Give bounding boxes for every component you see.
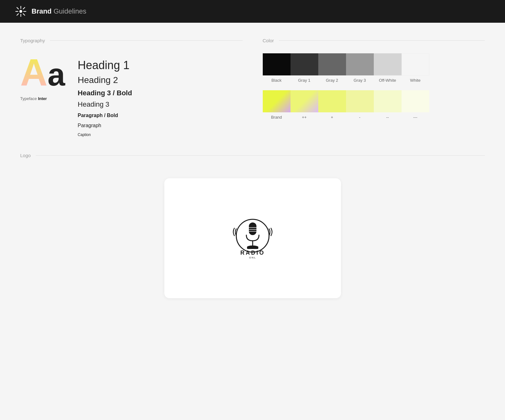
- heading2-sample: Heading 2: [78, 74, 132, 86]
- svg-line-5: [17, 7, 18, 9]
- swatch-brand: Brand: [263, 90, 291, 120]
- typography-divider: [50, 40, 242, 41]
- svg-text:ONL: ONL: [249, 256, 256, 259]
- swatch-brand-p: +: [318, 90, 346, 120]
- swatch-offwhite: Off-White: [374, 53, 402, 83]
- swatch-brand-mmm: ---: [402, 90, 429, 120]
- svg-line-7: [23, 7, 25, 9]
- svg-line-6: [23, 14, 25, 15]
- swatch-white: White: [402, 53, 429, 83]
- color-panel: Black Gray 1 Gray 2 Gray 3: [263, 53, 485, 120]
- color-label: Color: [263, 38, 274, 43]
- paragraph-bold-sample: Paragraph / Bold: [78, 112, 132, 119]
- color-divider: [279, 40, 485, 41]
- svg-text:RADIO: RADIO: [240, 250, 265, 256]
- swatch-black: Black: [263, 53, 291, 83]
- grayscale-row: Black Gray 1 Gray 2 Gray 3: [263, 53, 485, 83]
- typography-label: Typography: [20, 38, 45, 43]
- header-title: Brand Guidelines: [32, 7, 86, 15]
- color-section: Color Black Gray 1 Gray 2: [263, 38, 485, 138]
- typeface-label: Typeface Inter: [20, 96, 47, 101]
- swatch-gray2: Gray 2: [318, 53, 346, 83]
- swatch-gray1: Gray 1: [291, 53, 318, 83]
- logo-label: Logo: [20, 153, 31, 158]
- heading3-bold-sample: Heading 3 / Bold: [78, 89, 132, 98]
- header: Brand Guidelines: [0, 0, 505, 23]
- logo-image: RADIO ONL: [227, 213, 278, 263]
- typography-panel: A a Typeface Inter Heading 1 Heading 2 H…: [20, 53, 243, 138]
- big-letter-a: a: [48, 59, 65, 90]
- type-sample: A a Typeface Inter: [20, 53, 65, 138]
- type-hierarchy: Heading 1 Heading 2 Heading 3 / Bold Hea…: [78, 53, 132, 138]
- logo-section: Logo: [20, 153, 485, 308]
- logo-panel: RADIO ONL: [20, 168, 485, 308]
- svg-line-8: [17, 14, 18, 15]
- brand-row: Brand ++ + -: [263, 90, 485, 120]
- svg-rect-10: [249, 222, 256, 235]
- logo-divider: [36, 155, 485, 156]
- svg-rect-16: [247, 247, 258, 249]
- swatch-gray3: Gray 3: [346, 53, 374, 83]
- swatch-brand-pp: ++: [291, 90, 318, 120]
- typography-section: Typography A a Typeface Inter Heading 1 …: [20, 38, 243, 138]
- caption-sample: Caption: [78, 132, 132, 138]
- sunburst-icon: [15, 6, 26, 17]
- heading3-sample: Heading 3: [78, 100, 132, 109]
- big-letter-A: A: [20, 53, 48, 91]
- radio-logo-svg: RADIO ONL: [227, 213, 278, 263]
- swatch-brand-mm: --: [374, 90, 402, 120]
- svg-point-0: [20, 10, 22, 13]
- logo-card: RADIO ONL: [164, 178, 341, 298]
- paragraph-sample: Paragraph: [78, 122, 132, 129]
- heading1-sample: Heading 1: [78, 58, 132, 72]
- swatch-brand-m: -: [346, 90, 374, 120]
